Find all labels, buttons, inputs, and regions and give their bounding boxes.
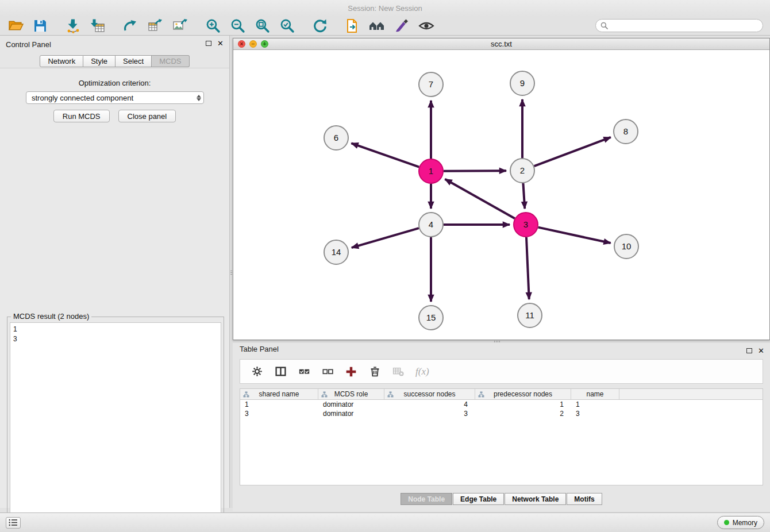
show-hide-button[interactable] xyxy=(418,17,435,34)
birdseye-view-button[interactable] xyxy=(368,17,386,34)
table-settings-button[interactable] xyxy=(251,365,263,378)
select-all-columns-button[interactable] xyxy=(298,365,310,378)
edge-1-6[interactable] xyxy=(351,143,419,167)
cell-successor-nodes[interactable]: 4 xyxy=(384,400,475,408)
tab-network-table[interactable]: Network Table xyxy=(505,493,566,505)
status-bar: Memory xyxy=(0,512,770,532)
tab-motifs[interactable]: Motifs xyxy=(567,493,602,505)
run-mcds-button[interactable]: Run MCDS xyxy=(53,110,110,122)
float-table-panel-icon[interactable] xyxy=(746,348,752,353)
share-document-button[interactable] xyxy=(344,17,361,34)
edge-1-2[interactable] xyxy=(444,171,506,171)
criterion-dropdown[interactable]: strongly connected component xyxy=(26,91,204,104)
delete-table-button[interactable] xyxy=(392,365,405,378)
close-table-panel-icon[interactable]: ✕ xyxy=(758,347,764,354)
node-9[interactable]: 9 xyxy=(510,71,534,95)
node-label: 15 xyxy=(426,313,436,322)
column-header-shared-name[interactable]: shared name xyxy=(240,389,318,399)
edge-3-10[interactable] xyxy=(538,228,610,243)
table-toolbar: f(x) xyxy=(240,359,763,384)
save-session-button[interactable] xyxy=(32,17,49,34)
export-table-button[interactable] xyxy=(147,17,164,34)
add-row-button[interactable] xyxy=(345,365,357,378)
cell-predecessor-nodes[interactable]: 1 xyxy=(475,400,571,408)
mcds-result-list[interactable]: 1 3 xyxy=(10,322,221,531)
node-1[interactable]: 1 xyxy=(419,159,443,183)
node-label: 4 xyxy=(429,219,433,229)
node-2[interactable]: 2 xyxy=(510,159,534,183)
edge-2-3[interactable] xyxy=(523,183,525,209)
open-session-button[interactable] xyxy=(7,17,24,34)
import-table-button[interactable] xyxy=(89,17,106,34)
zoom-fit-button[interactable] xyxy=(253,17,271,34)
tab-edge-table[interactable]: Edge Table xyxy=(453,493,504,505)
horizontal-splitter-grip[interactable] xyxy=(494,341,508,342)
deselect-all-columns-button[interactable] xyxy=(321,365,334,378)
node-11[interactable]: 11 xyxy=(518,303,542,327)
export-image-button[interactable] xyxy=(171,17,188,34)
tab-network[interactable]: Network xyxy=(40,55,83,67)
task-history-button[interactable] xyxy=(6,517,21,529)
network-canvas[interactable]: 7968124314101511 xyxy=(233,50,769,340)
window-close-icon[interactable]: × xyxy=(238,40,245,48)
zoom-in-button[interactable] xyxy=(204,17,221,34)
trash-icon xyxy=(369,366,380,377)
node-10[interactable]: 10 xyxy=(614,234,638,259)
new-network-button[interactable] xyxy=(122,17,139,34)
cell-name[interactable]: 1 xyxy=(571,400,619,408)
node-label: 14 xyxy=(332,247,341,257)
tab-node-table[interactable]: Node Table xyxy=(401,493,452,505)
node-label: 9 xyxy=(520,78,525,88)
delete-table-icon xyxy=(392,366,404,377)
edge-4-14[interactable] xyxy=(352,228,419,248)
node-14[interactable]: 14 xyxy=(324,240,348,264)
edge-3-1[interactable] xyxy=(445,179,514,218)
zoom-out-button[interactable] xyxy=(229,17,246,34)
cell-predecessor-nodes[interactable]: 2 xyxy=(475,410,571,418)
close-panel-button[interactable]: Close panel xyxy=(118,110,176,122)
tab-style[interactable]: Style xyxy=(83,55,116,67)
edge-2-8[interactable] xyxy=(534,137,611,166)
column-header-predecessor-nodes[interactable]: predecessor nodes xyxy=(475,389,571,399)
table-row[interactable]: 1 dominator 4 1 1 xyxy=(240,400,763,409)
function-builder-icon[interactable]: f(x) xyxy=(415,366,429,377)
edge-3-11[interactable] xyxy=(526,237,529,299)
view-toolbar-group xyxy=(344,17,435,34)
refresh-view-button[interactable] xyxy=(311,17,328,34)
column-header-mcds-role[interactable]: MCDS role xyxy=(318,389,384,399)
node-4[interactable]: 4 xyxy=(419,213,443,237)
window-zoom-icon[interactable]: + xyxy=(261,40,268,48)
cell-shared-name[interactable]: 1 xyxy=(240,400,318,408)
node-15[interactable]: 15 xyxy=(419,306,443,330)
column-header-name[interactable]: name xyxy=(571,389,619,399)
cell-shared-name[interactable]: 3 xyxy=(240,410,318,418)
column-header-successor-nodes[interactable]: successor nodes xyxy=(384,389,475,399)
float-panel-icon[interactable] xyxy=(206,41,211,46)
table-row[interactable]: 3 dominator 3 2 3 xyxy=(240,409,763,418)
column-header-filler xyxy=(619,389,763,399)
node-7[interactable]: 7 xyxy=(419,72,443,97)
cell-mcds-role[interactable]: dominator xyxy=(318,400,384,408)
cell-mcds-role[interactable]: dominator xyxy=(318,410,384,418)
cell-successor-nodes[interactable]: 3 xyxy=(384,410,475,418)
delete-row-button[interactable] xyxy=(368,365,381,378)
control-panel-title: Control Panel xyxy=(6,40,51,49)
window-minimize-icon[interactable]: − xyxy=(249,40,257,48)
node-table-body: 1 dominator 4 1 1 3 dominator 3 2 3 xyxy=(240,400,763,418)
column-label: shared name xyxy=(259,390,299,398)
zoom-selected-button[interactable] xyxy=(278,17,295,34)
memory-button[interactable]: Memory xyxy=(717,516,764,529)
tab-mcds[interactable]: MCDS xyxy=(152,55,189,67)
apply-style-button[interactable] xyxy=(393,17,410,34)
node-3[interactable]: 3 xyxy=(514,213,538,237)
tab-select[interactable]: Select xyxy=(116,55,152,67)
search-input[interactable] xyxy=(611,21,758,30)
node-6[interactable]: 6 xyxy=(324,126,348,150)
node-8[interactable]: 8 xyxy=(614,119,638,144)
network-window-titlebar[interactable]: × − + scc.txt xyxy=(233,38,769,50)
node-label: 1 xyxy=(429,166,433,176)
close-panel-icon[interactable]: ✕ xyxy=(217,40,224,47)
cell-name[interactable]: 3 xyxy=(571,410,619,418)
import-network-button[interactable] xyxy=(64,17,82,34)
show-columns-button[interactable] xyxy=(274,365,287,378)
